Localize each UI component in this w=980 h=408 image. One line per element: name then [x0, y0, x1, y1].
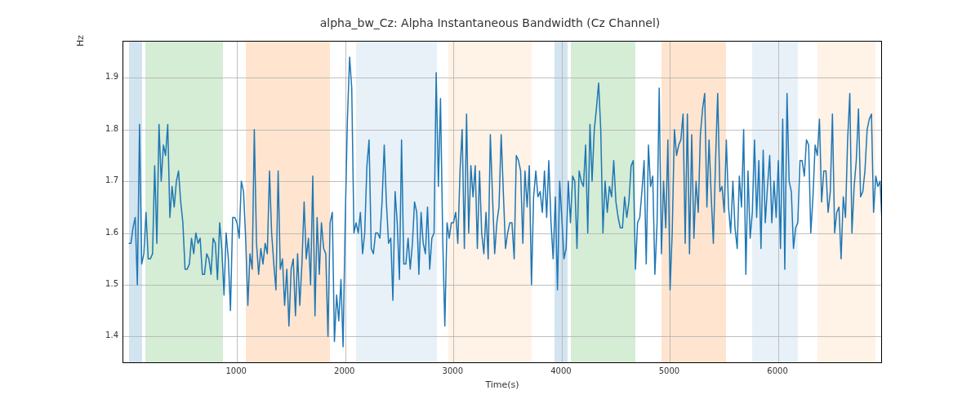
y-tick-label: 1.8 — [86, 124, 118, 133]
y-axis-label: Hz — [75, 0, 86, 202]
y-tick-label: 1.9 — [86, 72, 118, 81]
x-tick-label: 5000 — [644, 366, 693, 375]
y-tick-label: 1.4 — [86, 330, 118, 339]
plot-axes — [122, 41, 882, 363]
y-tick-label: 1.5 — [86, 279, 118, 288]
y-tick-label: 1.6 — [86, 228, 118, 237]
x-tick-label: 2000 — [320, 366, 369, 375]
figure: alpha_bw_Cz: Alpha Instantaneous Bandwid… — [0, 0, 980, 408]
x-tick-label: 4000 — [537, 366, 586, 375]
x-tick-label: 3000 — [428, 366, 477, 375]
x-tick-label: 1000 — [212, 366, 261, 375]
x-axis-label: Time(s) — [122, 379, 882, 390]
x-tick-label: 6000 — [753, 366, 802, 375]
line-series — [123, 42, 881, 362]
y-tick-label: 1.7 — [86, 175, 118, 184]
chart-title: alpha_bw_Cz: Alpha Instantaneous Bandwid… — [0, 16, 980, 29]
